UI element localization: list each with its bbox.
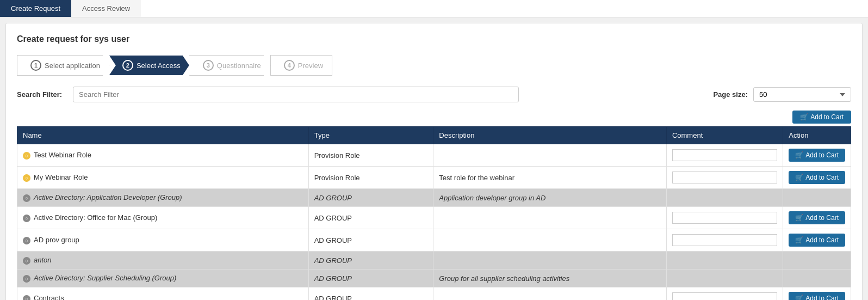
- page-size-container: Page size: 10 25 50 100: [713, 87, 851, 102]
- add-to-cart-button[interactable]: 🛒 Add to Cart: [789, 292, 845, 300]
- tab-create-request[interactable]: Create Request: [0, 0, 71, 17]
- step-2-label: Select Access: [137, 62, 181, 70]
- row-name-cell: ○AD prov group: [17, 229, 309, 252]
- cart-icon: 🛒: [795, 236, 803, 244]
- role-icon: ○: [23, 194, 30, 202]
- row-action-cell: [783, 252, 851, 270]
- comment-input[interactable]: [672, 212, 777, 224]
- table-row: ○My Webinar RoleProvision RoleTest role …: [17, 167, 851, 189]
- role-icon: ○: [23, 257, 30, 265]
- row-name-cell: ○Active Directory: Supplier Scheduling (…: [17, 270, 309, 287]
- row-description-cell: Group for all supplier scheduling activi…: [433, 270, 667, 287]
- row-type-cell: AD GROUP: [308, 252, 433, 270]
- row-description-cell: [433, 207, 667, 229]
- page-title: Create request for sys user: [17, 34, 851, 44]
- cart-icon: 🛒: [795, 151, 803, 159]
- row-description-cell: [433, 229, 667, 252]
- table-row: ○Active Directory: Supplier Scheduling (…: [17, 270, 851, 287]
- row-comment-cell[interactable]: [666, 229, 783, 252]
- row-action-cell: 🛒 Add to Cart: [783, 229, 851, 252]
- row-action-cell: 🛒 Add to Cart: [783, 144, 851, 167]
- main-content: Create request for sys user 1 Select app…: [5, 23, 863, 300]
- role-icon: ○: [23, 275, 30, 283]
- col-header-comment: Comment: [666, 127, 783, 144]
- row-name-cell: ○My Webinar Role: [17, 167, 309, 189]
- page-size-label: Page size:: [713, 90, 748, 99]
- row-action-cell: [783, 189, 851, 207]
- col-header-description: Description: [433, 127, 667, 144]
- add-to-cart-button[interactable]: 🛒 Add to Cart: [789, 211, 845, 224]
- row-type-cell: AD GROUP: [308, 207, 433, 229]
- row-action-cell: 🛒 Add to Cart: [783, 287, 851, 301]
- search-filter-label: Search Filter:: [17, 90, 62, 99]
- role-icon: ○: [23, 237, 30, 244]
- table-row: ○Active Directory: Office for Mac (Group…: [17, 207, 851, 229]
- wizard-step-4[interactable]: 4 Preview: [270, 55, 332, 76]
- table-row: ○Test Webinar RoleProvision Role🛒 Add to…: [17, 144, 851, 167]
- row-name-cell: ○Contracts: [17, 287, 309, 301]
- search-input[interactable]: [73, 87, 519, 102]
- table-row: ○AD prov groupAD GROUP🛒 Add to Cart: [17, 229, 851, 252]
- step-1-number: 1: [30, 60, 41, 71]
- comment-input[interactable]: [672, 149, 777, 161]
- row-name-cell: ○anton: [17, 252, 309, 270]
- wizard-step-1[interactable]: 1 Select application: [17, 55, 109, 76]
- row-type-cell: AD GROUP: [308, 270, 433, 287]
- row-description-cell: Test role for the webinar: [433, 167, 667, 189]
- page-size-select[interactable]: 10 25 50 100: [753, 87, 851, 102]
- search-bar-row: Search Filter: Page size: 10 25 50 100: [17, 87, 851, 102]
- add-to-cart-button[interactable]: 🛒 Add to Cart: [789, 171, 845, 184]
- tabs-bar: Create Request Access Review: [0, 0, 868, 17]
- step-3-number: 3: [203, 60, 214, 71]
- row-action-cell: [783, 270, 851, 287]
- col-header-action: Action: [783, 127, 851, 144]
- row-name-cell: ○Test Webinar Role: [17, 144, 309, 167]
- row-description-cell: Application developer group in AD: [433, 189, 667, 207]
- cart-icon: 🛒: [795, 295, 803, 300]
- top-add-to-cart-label: Add to Cart: [810, 113, 844, 121]
- row-comment-cell[interactable]: [666, 287, 783, 301]
- wizard-steps: 1 Select application 2 Select Access 3 Q…: [17, 55, 851, 76]
- row-comment-cell[interactable]: [666, 144, 783, 167]
- row-comment-cell[interactable]: [666, 167, 783, 189]
- role-icon: ○: [23, 174, 30, 182]
- step-4-number: 4: [284, 60, 295, 71]
- cart-icon: 🛒: [800, 113, 808, 121]
- comment-input[interactable]: [672, 234, 777, 246]
- row-type-cell: AD GROUP: [308, 287, 433, 301]
- tab-access-review[interactable]: Access Review: [71, 0, 141, 17]
- wizard-step-2[interactable]: 2 Select Access: [109, 56, 189, 75]
- row-description-cell: [433, 144, 667, 167]
- row-type-cell: Provision Role: [308, 144, 433, 167]
- row-action-cell: 🛒 Add to Cart: [783, 167, 851, 189]
- role-icon: ○: [23, 295, 30, 300]
- cart-icon: 🛒: [795, 174, 803, 181]
- top-action-row: 🛒 Add to Cart: [17, 111, 851, 124]
- comment-input[interactable]: [672, 292, 777, 300]
- row-type-cell: AD GROUP: [308, 229, 433, 252]
- table-row: ○antonAD GROUP: [17, 252, 851, 270]
- step-1-label: Select application: [45, 62, 100, 70]
- table-row: ○ContractsAD GROUP🛒 Add to Cart: [17, 287, 851, 301]
- step-3-label: Questionnaire: [217, 62, 261, 70]
- row-type-cell: AD GROUP: [308, 189, 433, 207]
- row-comment-cell: [666, 270, 783, 287]
- row-comment-cell[interactable]: [666, 207, 783, 229]
- step-4-label: Preview: [298, 62, 323, 70]
- row-comment-cell: [666, 189, 783, 207]
- row-description-cell: [433, 287, 667, 301]
- wizard-step-3[interactable]: 3 Questionnaire: [189, 55, 270, 76]
- row-name-cell: ○Active Directory: Office for Mac (Group…: [17, 207, 309, 229]
- col-header-type: Type: [308, 127, 433, 144]
- step-2-number: 2: [122, 60, 133, 71]
- row-comment-cell: [666, 252, 783, 270]
- col-header-name: Name: [17, 127, 309, 144]
- role-icon: ○: [23, 152, 30, 160]
- top-add-to-cart-button[interactable]: 🛒 Add to Cart: [792, 111, 851, 124]
- cart-icon: 🛒: [795, 214, 803, 222]
- add-to-cart-button[interactable]: 🛒 Add to Cart: [789, 234, 845, 247]
- add-to-cart-button[interactable]: 🛒 Add to Cart: [789, 149, 845, 162]
- role-icon: ○: [23, 215, 30, 222]
- access-table: Name Type Description Comment Action ○Te…: [17, 126, 851, 300]
- comment-input[interactable]: [672, 172, 777, 183]
